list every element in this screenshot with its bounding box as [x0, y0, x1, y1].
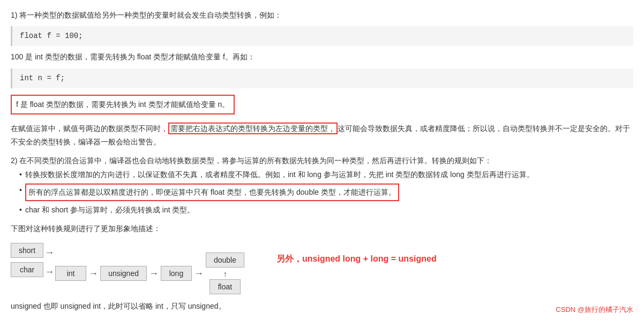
- arrow-int-unsigned: →: [86, 268, 100, 279]
- code-block-2: int n = f;: [11, 68, 633, 88]
- bullet-1-text: 转换按数据长度增加的方向进行，以保证数值不失真，或者精度不降低。例如，int 和…: [25, 168, 534, 181]
- double-float-group: double ↑ float: [206, 253, 244, 294]
- footer-note: unsigned 也即 unsigned int，此时可以省略 int，只写 u…: [11, 302, 633, 311]
- footer-text: unsigned 也即 unsigned int，此时可以省略 int，只写 u…: [11, 302, 633, 311]
- code-block-1: float f = 100;: [11, 26, 633, 46]
- section2-text1: 在赋值运算中，赋值号两边的数据类型不同时，: [11, 124, 168, 133]
- bullet-2: 所有的浮点运算都是以双精度进行的，即便运算中只有 float 类型，也要先转换为…: [19, 184, 633, 201]
- arrows-to-int: → →: [44, 243, 54, 281]
- node-double: double: [206, 253, 244, 268]
- section2-highlighted-inline: 需要把右边表达式的类型转换为左边变量的类型，: [168, 123, 338, 134]
- section1-note1: 100 是 int 类型的数据，需要先转换为 float 类型才能赋值给变量 f…: [11, 50, 633, 64]
- diagram-note: 另外，unsigned long + long = unsigned: [276, 254, 437, 265]
- bullet-3: char 和 short 参与运算时，必须先转换成 int 类型。: [19, 203, 633, 217]
- arrow-unsigned-long: →: [147, 268, 161, 279]
- section-1: 1) 将一种类型的数据赋值给另外一种类型的变量时就会发生自动类型转换，例如： f…: [11, 9, 633, 117]
- float-below-group: ↑ float: [209, 270, 241, 294]
- node-unsigned: unsigned: [100, 266, 147, 281]
- node-int: int: [55, 266, 86, 281]
- arrow-char-int: →: [44, 267, 54, 277]
- section1-highlighted-box: f 是 float 类型的数据，需要先转换为 int 类型才能赋值给变量 n。: [11, 93, 633, 117]
- csdn-badge: CSDN @旅行的橘子汽水: [556, 305, 633, 315]
- node-float: float: [209, 279, 241, 294]
- int-node-wrapper: int → unsigned → long → double ↑ float: [55, 253, 244, 294]
- node-char: char: [11, 262, 43, 277]
- node-short: short: [11, 243, 43, 258]
- section4-text: 下图对这种转换规则进行了更加形象地描述：: [11, 222, 633, 235]
- section1-intro: 1) 将一种类型的数据赋值给另外一种类型的变量时就会发生自动类型转换，例如：: [11, 9, 633, 22]
- bullet-1: 转换按数据长度增加的方向进行，以保证数值不失真，或者精度不降低。例如，int 和…: [19, 168, 633, 181]
- type-conversion-diagram: short char → → int → unsigned → long → d…: [11, 243, 633, 294]
- node-long: long: [161, 266, 192, 281]
- section-4-intro: 下图对这种转换规则进行了更加形象地描述：: [11, 222, 633, 235]
- section2-text: 在赋值运算中，赋值号两边的数据类型不同时，需要把右边表达式的类型转换为左边变量的…: [11, 122, 633, 149]
- arrow-long-double: →: [192, 268, 206, 279]
- section-3: 2) 在不同类型的混合运算中，编译器也会自动地转换数据类型，将参与运算的所有数据…: [11, 154, 633, 217]
- bullet-2-text: 所有的浮点运算都是以双精度进行的，即便运算中只有 float 类型，也要先转换为…: [25, 184, 399, 201]
- arrow-short-int: →: [44, 248, 54, 257]
- section1-highlight: f 是 float 类型的数据，需要先转换为 int 类型才能赋值给变量 n。: [11, 95, 235, 114]
- section3-intro: 2) 在不同类型的混合运算中，编译器也会自动地转换数据类型，将参与运算的所有数据…: [11, 154, 633, 167]
- diagram-left-col: short char: [11, 243, 43, 277]
- arrow-up-float: ↑: [223, 270, 227, 279]
- section-2: 在赋值运算中，赋值号两边的数据类型不同时，需要把右边表达式的类型转换为左边变量的…: [11, 122, 633, 149]
- bullet-3-text: char 和 short 参与运算时，必须先转换成 int 类型。: [25, 203, 195, 217]
